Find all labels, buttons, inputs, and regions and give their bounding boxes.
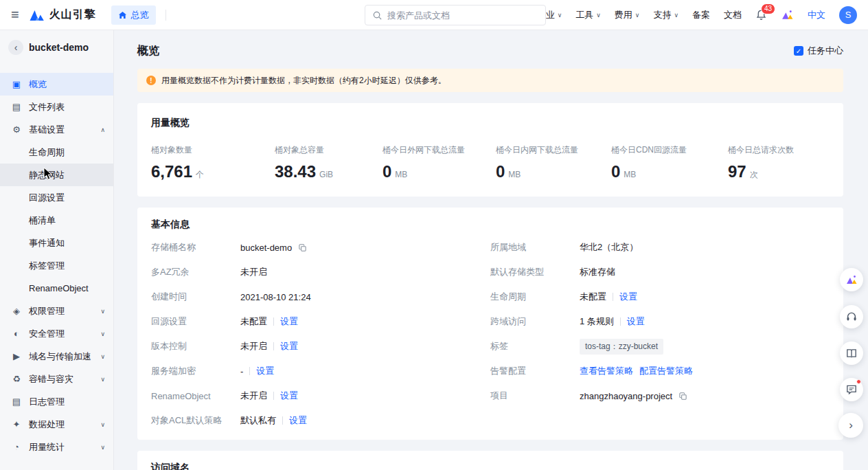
- info-banner: ! 用量概览数据不作为计费计量数据，非实时数据（约有2小时延迟）仅供参考。: [137, 69, 843, 92]
- setting-link[interactable]: 设置: [289, 414, 307, 427]
- sidebar-item[interactable]: 静态网站: [0, 164, 113, 186]
- chevron-icon[interactable]: ∨: [100, 376, 105, 383]
- sidebar-item[interactable]: ♻ 容错与容灾 ∨: [0, 368, 113, 390]
- sidebar-item[interactable]: ◐ 安全管理 ∨: [0, 322, 113, 345]
- stat-value: 6,761 个: [151, 162, 275, 181]
- stat-number: 0: [496, 162, 505, 181]
- sidebar-item[interactable]: ◔ 用量统计 ∨: [0, 436, 113, 458]
- sidebar-menu: ▣ 概览 ▤ 文件列表 ⚙ 基础设置 ∧ 生: [0, 73, 113, 458]
- info-value: 标准存储: [580, 266, 615, 278]
- sidebar-item[interactable]: 回源设置: [0, 186, 113, 209]
- topbar-menu[interactable]: 支持 ∨: [653, 9, 678, 21]
- stat-value: 0 MB: [611, 162, 728, 181]
- sidebar-item[interactable]: RenameObject: [0, 277, 113, 300]
- promotion-fab[interactable]: [840, 268, 863, 291]
- usage-stats: 桶对象数量 6,761 个 桶对象总容量 38.43 GiB: [151, 144, 830, 181]
- feedback-dot-badge: [856, 379, 861, 384]
- info-value-text: zhangzhaoyang-project: [580, 391, 672, 401]
- expand-fab[interactable]: ›: [838, 413, 863, 438]
- topbar-menu[interactable]: 费用 ∨: [615, 9, 640, 21]
- basic-info-right-column: 所属地域 华北2（北京）: [490, 235, 830, 433]
- language-switch[interactable]: 中文: [808, 9, 825, 21]
- topbar-link[interactable]: 文档: [724, 9, 742, 21]
- chevron-icon[interactable]: ∧: [100, 126, 105, 133]
- info-value-text: bucket-demo: [240, 243, 292, 253]
- book-icon: [845, 347, 858, 359]
- sidebar-item[interactable]: 桶清单: [0, 209, 113, 232]
- file-list-icon: ▤: [11, 102, 22, 112]
- brand-name: 火山引擎: [49, 8, 96, 22]
- brand-logo[interactable]: 火山引擎: [29, 8, 96, 22]
- user-avatar[interactable]: S: [839, 6, 857, 24]
- setting-link[interactable]: 设置: [619, 291, 637, 303]
- topbar-menu[interactable]: 工具 ∨: [575, 9, 601, 21]
- notifications-button[interactable]: 43: [755, 9, 767, 21]
- mountain-logo-icon: [29, 8, 45, 22]
- copy-icon[interactable]: [678, 392, 687, 401]
- sidebar-item-label: 基础设置: [29, 124, 65, 136]
- docs-fab[interactable]: [840, 342, 863, 365]
- sidebar-item-label: 概览: [29, 78, 47, 91]
- info-value-text: 未配置: [240, 315, 267, 328]
- sidebar-item[interactable]: ▣ 概览: [0, 73, 113, 96]
- info-value-text: 华北2（北京）: [580, 241, 638, 254]
- sidebar-item[interactable]: ✦ 数据处理 ∨: [0, 413, 113, 436]
- chevron-icon[interactable]: ∨: [100, 353, 105, 360]
- sidebar-item-label: 数据处理: [29, 418, 65, 431]
- stat-value: 97 次: [728, 162, 824, 181]
- tag-chip: tos-tag：zzy-bucket: [580, 339, 663, 355]
- setting-link[interactable]: 查看告警策略: [580, 365, 633, 377]
- console-overview-button[interactable]: 总览: [111, 5, 156, 25]
- domain-acceleration-icon: ▶: [11, 351, 22, 361]
- sidebar-item-label: 桶清单: [29, 214, 56, 227]
- promotion-icon[interactable]: [781, 9, 794, 21]
- stat-label: 桶对象数量: [151, 144, 275, 156]
- back-button[interactable]: ‹: [8, 40, 23, 55]
- sidebar-item[interactable]: ⚙ 基础设置 ∧: [0, 118, 113, 141]
- sidebar-item[interactable]: ▤ 文件列表: [0, 96, 113, 118]
- setting-link[interactable]: 设置: [280, 315, 298, 328]
- setting-link[interactable]: 配置告警策略: [639, 365, 693, 377]
- chevron-icon[interactable]: ∨: [100, 444, 105, 451]
- support-fab[interactable]: [840, 305, 863, 328]
- security-icon: ◐: [11, 328, 22, 339]
- setting-link[interactable]: 设置: [280, 390, 298, 402]
- chevron-icon[interactable]: ∨: [100, 331, 105, 337]
- value-divider: [273, 392, 274, 400]
- info-label: 存储桶名称: [151, 241, 240, 254]
- info-row: 创建时间 2021-08-10 21:24: [151, 284, 490, 309]
- chevron-icon[interactable]: ∨: [100, 421, 105, 428]
- search-input[interactable]: [387, 10, 538, 21]
- value-divider: [620, 317, 621, 326]
- hamburger-menu-icon[interactable]: ≡: [11, 8, 19, 21]
- sidebar-item[interactable]: 事件通知: [0, 232, 113, 254]
- sidebar-item[interactable]: 标签管理: [0, 254, 113, 277]
- info-label: 回源设置: [151, 315, 240, 328]
- copy-icon[interactable]: [298, 243, 307, 252]
- fault-tolerance-icon: ♻: [11, 374, 22, 384]
- stat-label: 桶今日内网下载总流量: [496, 144, 611, 156]
- value-divider: [273, 317, 274, 326]
- feedback-fab[interactable]: [840, 378, 863, 401]
- sidebar-item[interactable]: ▤ 日志管理: [0, 390, 113, 413]
- global-search: [365, 5, 546, 25]
- info-value-text: 未配置: [580, 291, 606, 303]
- info-value: 未开启: [240, 340, 298, 352]
- sidebar-item-label: 标签管理: [29, 260, 65, 272]
- topbar-link[interactable]: 备案: [692, 9, 710, 21]
- sidebar-item[interactable]: 生命周期: [0, 141, 113, 164]
- setting-link[interactable]: 设置: [627, 315, 645, 328]
- access-domain-title: 访问域名: [151, 462, 830, 470]
- log-management-icon: ▤: [11, 396, 22, 407]
- info-label: 标签: [490, 340, 580, 352]
- sidebar-item[interactable]: ▶ 域名与传输加速 ∨: [0, 345, 113, 368]
- stat-value: 0 MB: [496, 162, 611, 181]
- setting-link[interactable]: 设置: [280, 340, 298, 352]
- task-center-button[interactable]: ✓ 任务中心: [794, 45, 843, 57]
- info-label: 对象ACL默认策略: [151, 414, 240, 427]
- info-label: 多AZ冗余: [151, 266, 240, 278]
- setting-link[interactable]: 设置: [256, 365, 274, 377]
- chevron-icon[interactable]: ∨: [100, 308, 105, 315]
- sidebar-item[interactable]: ◈ 权限管理 ∨: [0, 300, 113, 322]
- info-label: 默认存储类型: [490, 266, 580, 278]
